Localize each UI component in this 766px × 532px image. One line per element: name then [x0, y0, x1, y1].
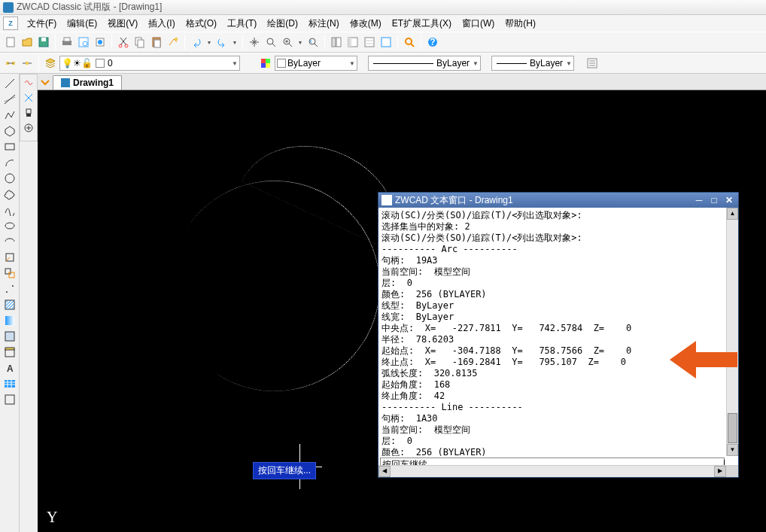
- mtext-button[interactable]: A: [2, 361, 17, 375]
- scroll-down-button[interactable]: ▼: [727, 444, 738, 456]
- ellipse-button[interactable]: [2, 219, 17, 233]
- zoom-rt-button[interactable]: [263, 35, 278, 50]
- svg-rect-15: [175, 38, 178, 41]
- svg-rect-19: [332, 38, 336, 47]
- insert-button[interactable]: [2, 251, 17, 264]
- cut-button[interactable]: [116, 35, 131, 50]
- properties-button[interactable]: [329, 35, 344, 50]
- color-swatch: [96, 59, 105, 68]
- list-button[interactable]: [585, 56, 600, 71]
- zoom-window-button[interactable]: [280, 35, 295, 50]
- menu-dim[interactable]: 标注(N): [304, 16, 344, 32]
- close-button[interactable]: ✕: [723, 195, 735, 205]
- menu-file[interactable]: 文件(F): [23, 16, 61, 32]
- scroll-right-button[interactable]: ▶: [714, 466, 726, 477]
- copy-button[interactable]: [132, 35, 147, 50]
- new-button[interactable]: [3, 35, 18, 50]
- zoom-dd[interactable]: ▼: [296, 35, 304, 50]
- menu-view[interactable]: 视图(V): [103, 16, 142, 32]
- app-icon[interactable]: Z: [3, 17, 18, 30]
- svg-rect-31: [261, 59, 266, 63]
- revcloud-button[interactable]: [2, 187, 17, 201]
- express4-button[interactable]: [22, 121, 35, 135]
- menu-bar: Z 文件(F) 编辑(E) 视图(V) 插入(I) 格式(O) 工具(T) 绘图…: [0, 15, 766, 32]
- undo-dd[interactable]: ▼: [205, 35, 213, 50]
- match-button[interactable]: [166, 35, 181, 50]
- text-window-content[interactable]: 滚动(SC)/分类(SO)/追踪(T)/<列出选取对象>: 选择集当中的对象: …: [378, 208, 726, 456]
- text-window-icon: [381, 195, 392, 205]
- text-window-titlebar[interactable]: ZWCAD 文本窗口 - Drawing1 ─ □ ✕: [378, 193, 738, 208]
- express1-button[interactable]: [22, 76, 35, 90]
- svg-point-42: [6, 291, 8, 293]
- gradient-button[interactable]: [2, 314, 17, 327]
- horizontal-scrollbar[interactable]: ◀ ▶: [378, 465, 738, 477]
- menu-format[interactable]: 格式(O): [181, 16, 221, 32]
- layer-combo[interactable]: 💡 ☀ 🔓 0 ▼: [59, 56, 240, 71]
- svg-point-8: [98, 40, 102, 44]
- publish-button[interactable]: [93, 35, 108, 50]
- point-button[interactable]: [2, 282, 17, 296]
- scroll-up-button[interactable]: ▲: [727, 208, 738, 220]
- table2-button[interactable]: [2, 377, 17, 391]
- dcenter-button[interactable]: [345, 35, 360, 50]
- arc-button[interactable]: [2, 156, 17, 169]
- express3-button[interactable]: [22, 106, 35, 120]
- menu-edit[interactable]: 编辑(E): [62, 16, 102, 32]
- undo-button[interactable]: [189, 35, 204, 50]
- osnap2-button[interactable]: [20, 56, 35, 71]
- block-button[interactable]: [2, 266, 17, 280]
- tab-drawing1[interactable]: Drawing1: [53, 75, 122, 90]
- svg-rect-14: [154, 40, 160, 47]
- polygon-button[interactable]: [2, 124, 17, 138]
- osnap1-button[interactable]: [3, 56, 18, 71]
- menu-window[interactable]: 窗口(W): [457, 16, 499, 32]
- redo-dd[interactable]: ▼: [231, 35, 239, 50]
- find-button[interactable]: [402, 35, 417, 50]
- text-window-body: 滚动(SC)/分类(SO)/追踪(T)/<列出选取对象>: 选择集当中的对象: …: [378, 208, 738, 456]
- vertical-scrollbar[interactable]: ▲ ▼: [726, 208, 738, 456]
- zoom-prev-button[interactable]: [305, 35, 321, 50]
- color-button[interactable]: [258, 56, 273, 71]
- menu-draw[interactable]: 绘图(D): [263, 16, 302, 32]
- table-button[interactable]: [2, 345, 17, 359]
- menu-et[interactable]: ET扩展工具(X): [388, 16, 456, 32]
- sheet-button[interactable]: [378, 35, 394, 50]
- menu-modify[interactable]: 修改(M): [345, 16, 386, 32]
- color-combo[interactable]: ByLayer ▼: [275, 56, 357, 71]
- wipeout-button[interactable]: [2, 393, 17, 406]
- print-preview-button[interactable]: [76, 35, 91, 50]
- region-button[interactable]: [2, 330, 17, 343]
- express2-button[interactable]: [22, 91, 35, 105]
- circle-button[interactable]: [2, 172, 17, 185]
- save-button[interactable]: [36, 35, 51, 50]
- tpalette-button[interactable]: [362, 35, 377, 50]
- app-title: ZWCAD Classic 试用版 - [Drawing1]: [17, 1, 162, 14]
- menu-help[interactable]: 帮助(H): [500, 16, 540, 32]
- tab-menu-button[interactable]: [38, 74, 53, 90]
- xline-button[interactable]: [2, 93, 17, 106]
- print-button[interactable]: [59, 35, 74, 50]
- minimize-button[interactable]: ─: [693, 195, 705, 205]
- line-button[interactable]: [2, 77, 17, 90]
- scroll-left-button[interactable]: ◀: [378, 466, 391, 477]
- menu-insert[interactable]: 插入(I): [144, 16, 179, 32]
- doc-tab-bar: Drawing1: [38, 74, 766, 90]
- linetype-combo[interactable]: ByLayer ▼: [368, 56, 481, 71]
- modify-toolbar[interactable]: [20, 74, 38, 141]
- rectangle-button[interactable]: [2, 140, 17, 154]
- redo-button[interactable]: [214, 35, 229, 50]
- pan-button[interactable]: [247, 35, 262, 50]
- layer-manager-button[interactable]: [43, 56, 58, 71]
- maximize-button[interactable]: □: [708, 195, 720, 205]
- menu-tools[interactable]: 工具(T): [223, 16, 261, 32]
- text-window[interactable]: ZWCAD 文本窗口 - Drawing1 ─ □ ✕ 滚动(SC)/分类(SO…: [378, 192, 739, 478]
- help-button[interactable]: ?: [425, 35, 440, 50]
- ellipse-arc-button[interactable]: [2, 235, 17, 248]
- paste-button[interactable]: [149, 35, 164, 50]
- lineweight-combo[interactable]: ByLayer ▼: [491, 56, 574, 71]
- open-button[interactable]: [20, 35, 35, 50]
- hatch-button[interactable]: [2, 298, 17, 312]
- pline-button[interactable]: [2, 108, 17, 122]
- spline-button[interactable]: [2, 203, 17, 217]
- scroll-thumb[interactable]: [728, 413, 737, 443]
